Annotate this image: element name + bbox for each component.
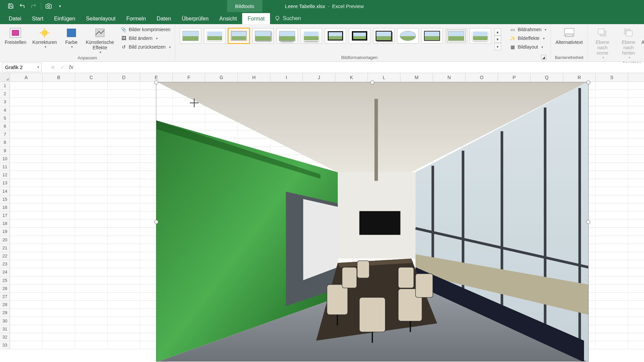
resize-handle[interactable] [370, 80, 374, 84]
cell[interactable] [108, 82, 140, 89]
cell[interactable] [43, 138, 75, 146]
style-thumb-11[interactable] [421, 28, 443, 44]
cell[interactable] [108, 187, 140, 195]
col-header[interactable]: G [205, 73, 238, 81]
cell[interactable] [596, 98, 628, 106]
cell[interactable] [75, 277, 108, 284]
cell[interactable] [43, 285, 75, 292]
cell[interactable] [596, 252, 628, 260]
row-header[interactable]: 9 [0, 147, 10, 155]
cell[interactable] [596, 106, 628, 114]
cell[interactable] [75, 325, 108, 333]
name-box[interactable]: Grafik 2 ▼ [2, 63, 42, 72]
cell[interactable] [10, 268, 43, 276]
cell[interactable] [43, 163, 75, 171]
cell[interactable] [108, 220, 140, 227]
style-thumb-5[interactable] [276, 28, 298, 44]
cell[interactable] [75, 163, 108, 171]
cell[interactable] [108, 138, 140, 146]
row-header[interactable]: 17 [0, 212, 10, 219]
cell[interactable] [75, 260, 108, 268]
cell[interactable] [75, 122, 108, 130]
cell[interactable] [596, 333, 628, 341]
cell[interactable] [10, 301, 43, 308]
col-header[interactable]: F [173, 73, 205, 81]
cell[interactable] [10, 228, 43, 235]
remove-background-button[interactable]: Freistellen [3, 25, 29, 46]
resize-handle[interactable] [154, 80, 158, 84]
cell[interactable] [43, 236, 75, 244]
cell[interactable] [10, 236, 43, 244]
style-thumb-7[interactable] [325, 28, 346, 44]
tab-view[interactable]: Ansicht [214, 13, 242, 24]
cell[interactable] [108, 285, 140, 292]
cell[interactable] [43, 187, 75, 195]
tab-file[interactable]: Datei [3, 13, 26, 24]
tab-formulas[interactable]: Formeln [121, 13, 151, 24]
col-header[interactable]: A [10, 73, 43, 81]
cell[interactable] [108, 203, 140, 211]
cell[interactable] [596, 341, 628, 349]
cell[interactable] [43, 203, 75, 211]
cell[interactable] [10, 220, 43, 227]
row-header[interactable]: 21 [0, 244, 10, 252]
cell[interactable] [75, 90, 108, 98]
col-header[interactable]: K [335, 73, 368, 81]
tell-me-search[interactable]: Suchen [270, 13, 306, 24]
cell[interactable] [75, 98, 108, 106]
cell[interactable] [596, 220, 628, 227]
gallery-up-icon[interactable]: ▲ [494, 28, 501, 36]
cell[interactable] [43, 260, 75, 268]
cell[interactable] [43, 252, 75, 260]
cell[interactable] [10, 260, 43, 268]
cell[interactable] [108, 163, 140, 171]
row-header[interactable]: 33 [0, 341, 10, 349]
cell[interactable] [10, 277, 43, 284]
picture-layout-button[interactable]: ▦Bildlayout [508, 43, 548, 51]
style-thumb-6[interactable] [301, 28, 322, 44]
cell[interactable] [75, 212, 108, 219]
row-header[interactable]: 31 [0, 325, 10, 333]
cell[interactable] [596, 114, 628, 122]
cell[interactable] [43, 171, 75, 179]
cell[interactable] [108, 228, 140, 235]
cell[interactable] [596, 138, 628, 146]
cell[interactable] [596, 212, 628, 219]
cell[interactable] [43, 228, 75, 235]
cell[interactable] [596, 293, 628, 300]
row-header[interactable]: 6 [0, 122, 10, 130]
col-header[interactable]: J [303, 73, 335, 81]
tab-review[interactable]: Überprüfen [176, 13, 214, 24]
cell[interactable] [10, 252, 43, 260]
undo-icon[interactable] [17, 1, 27, 11]
cell[interactable] [10, 106, 43, 114]
cell[interactable] [75, 333, 108, 341]
cell[interactable] [10, 114, 43, 122]
cell[interactable] [10, 341, 43, 349]
cell[interactable] [43, 179, 75, 187]
resize-handle[interactable] [586, 80, 590, 84]
gallery-more-icon[interactable]: ▾ [494, 43, 501, 50]
row-header[interactable]: 26 [0, 285, 10, 292]
row-header[interactable]: 23 [0, 260, 10, 268]
namebox-dropdown-icon[interactable]: ▼ [37, 65, 40, 69]
cell[interactable] [108, 195, 140, 203]
cell[interactable] [596, 82, 628, 89]
formula-input[interactable] [75, 63, 644, 72]
cell[interactable] [108, 114, 140, 122]
cell[interactable] [10, 82, 43, 89]
picture-effects-button[interactable]: ✨Bildeffekte [508, 34, 548, 42]
cell[interactable] [75, 236, 108, 244]
row-header[interactable]: 13 [0, 179, 10, 187]
fx-icon[interactable]: fx [69, 64, 73, 70]
cell[interactable] [75, 130, 108, 138]
tab-data[interactable]: Daten [151, 13, 176, 24]
col-header[interactable]: I [270, 73, 303, 81]
cell[interactable] [108, 236, 140, 244]
cell[interactable] [75, 252, 108, 260]
cell[interactable] [108, 309, 140, 316]
cell[interactable] [43, 114, 75, 122]
cell[interactable] [75, 228, 108, 235]
row-header[interactable]: 27 [0, 293, 10, 300]
selection-pane-button[interactable]: Auswahlbereich [643, 25, 644, 46]
